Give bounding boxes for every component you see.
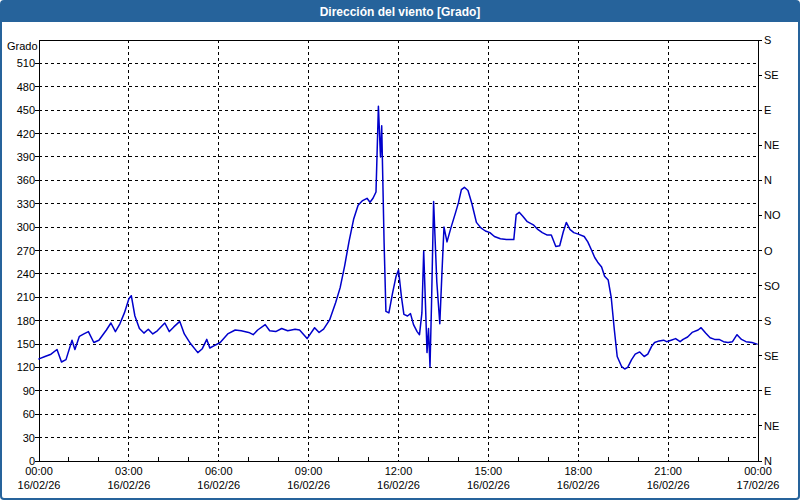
- right-axis-label: N: [764, 174, 772, 186]
- right-axis-label: S: [764, 315, 771, 327]
- x-tick-date-label: 16/02/26: [467, 479, 510, 491]
- y-tick-label: 510: [17, 57, 35, 69]
- y-axis-title: Grado: [7, 40, 38, 52]
- x-tick-time-label: 06:00: [205, 465, 233, 477]
- right-axis-label: E: [764, 104, 771, 116]
- x-tick-time-label: 00:00: [744, 465, 772, 477]
- right-axis-label: NE: [764, 139, 779, 151]
- y-tick-label: 150: [17, 338, 35, 350]
- x-tick-time-label: 09:00: [295, 465, 323, 477]
- x-tick-time-label: 03:00: [115, 465, 143, 477]
- right-axis-label: E: [764, 385, 771, 397]
- x-tick-date-label: 16/02/26: [647, 479, 690, 491]
- x-tick-date-label: 16/02/26: [377, 479, 420, 491]
- window-title: Dirección del viento [Grado]: [320, 5, 481, 19]
- x-tick-date-label: 17/02/26: [737, 479, 780, 491]
- right-axis-label: S: [764, 34, 771, 46]
- y-tick-label: 60: [23, 408, 35, 420]
- y-tick-label: 210: [17, 291, 35, 303]
- y-tick-label: 240: [17, 268, 35, 280]
- x-tick-time-label: 21:00: [654, 465, 682, 477]
- x-tick-date-label: 16/02/26: [287, 479, 330, 491]
- x-tick-date-label: 16/02/26: [197, 479, 240, 491]
- right-axis-label: NE: [764, 420, 779, 432]
- y-tick-label: 360: [17, 174, 35, 186]
- right-axis-label: SE: [764, 350, 779, 362]
- window-titlebar: Dirección del viento [Grado]: [2, 2, 798, 22]
- right-axis-label: SO: [764, 280, 780, 292]
- y-tick-label: 270: [17, 245, 35, 257]
- x-tick-time-label: 18:00: [564, 465, 592, 477]
- y-tick-label: 30: [23, 432, 35, 444]
- x-tick-time-label: 12:00: [385, 465, 413, 477]
- y-tick-label: 90: [23, 385, 35, 397]
- wind-direction-chart: 0306090120150180210240270300330360390420…: [0, 0, 800, 500]
- x-tick-date-label: 16/02/26: [107, 479, 150, 491]
- right-axis-label: O: [764, 245, 773, 257]
- y-tick-label: 450: [17, 104, 35, 116]
- right-axis-label: NO: [764, 209, 781, 221]
- x-tick-time-label: 00:00: [25, 465, 53, 477]
- right-axis-label: SE: [764, 69, 779, 81]
- y-tick-label: 330: [17, 198, 35, 210]
- application-window: 0306090120150180210240270300330360390420…: [0, 0, 800, 500]
- y-tick-label: 480: [17, 81, 35, 93]
- y-tick-label: 300: [17, 221, 35, 233]
- x-tick-date-label: 16/02/26: [557, 479, 600, 491]
- y-tick-label: 420: [17, 128, 35, 140]
- y-tick-label: 180: [17, 315, 35, 327]
- x-tick-date-label: 16/02/26: [18, 479, 61, 491]
- y-tick-label: 390: [17, 151, 35, 163]
- x-tick-time-label: 15:00: [475, 465, 503, 477]
- y-tick-label: 120: [17, 361, 35, 373]
